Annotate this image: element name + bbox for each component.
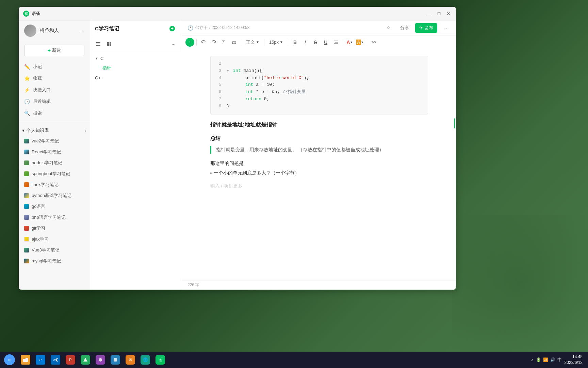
clock-icon: 🕐 bbox=[187, 25, 193, 31]
taskbar-app-7[interactable] bbox=[108, 353, 122, 367]
add-note-button[interactable]: + bbox=[167, 24, 177, 33]
line-number-3: 3 bbox=[216, 67, 222, 75]
kb-item-vue3[interactable]: Vue3学习笔记 bbox=[19, 245, 90, 256]
nav-item-search[interactable]: 🔍 搜索 bbox=[19, 107, 90, 119]
bold-icon: B bbox=[293, 40, 297, 45]
format-button[interactable]: T bbox=[219, 37, 229, 47]
nav-label-recent: 最近编辑 bbox=[33, 98, 51, 105]
kb-item-mysql[interactable]: mysql学习笔记 bbox=[19, 256, 90, 266]
style-select[interactable]: 正文 ▼ bbox=[243, 38, 262, 46]
svg-marker-25 bbox=[83, 358, 87, 362]
user-avatar bbox=[24, 25, 36, 37]
title-bar: 雀 语雀 — □ ✕ bbox=[19, 7, 456, 20]
strikethrough-button[interactable]: S bbox=[311, 37, 320, 47]
highlight-button[interactable]: A ▼ bbox=[355, 37, 365, 47]
taskbar-app-5[interactable] bbox=[78, 353, 93, 367]
grid-view-button[interactable] bbox=[104, 39, 114, 49]
app9-icon: 🌐 bbox=[141, 355, 150, 365]
tree-item-pointer[interactable]: 指针 bbox=[90, 63, 182, 73]
toolbar-more-button[interactable]: ··· bbox=[169, 39, 178, 49]
more-actions-button[interactable]: ··· bbox=[440, 24, 451, 32]
indent-icon bbox=[333, 40, 339, 45]
new-button[interactable]: + 新建 bbox=[24, 45, 84, 56]
kb-item-php[interactable]: php语言学习笔记 bbox=[19, 212, 90, 223]
taskbar-app-6[interactable] bbox=[93, 353, 108, 367]
tree-item-cpp[interactable]: C++ bbox=[90, 73, 182, 82]
start-button[interactable]: ⊞ bbox=[3, 353, 16, 367]
kb-item-vue2[interactable]: vue2学习笔记 bbox=[19, 136, 90, 147]
main-func: main(){ bbox=[244, 68, 262, 73]
redo-button[interactable] bbox=[209, 37, 218, 47]
user-more-button[interactable]: ··· bbox=[79, 27, 84, 34]
nav-item-favorites[interactable]: ⭐ 收藏 bbox=[19, 73, 90, 84]
line-number-4: 4 bbox=[216, 75, 222, 82]
kb-item-git[interactable]: git学习 bbox=[19, 223, 90, 234]
kb-item-label-vue2: vue2学习笔记 bbox=[32, 138, 59, 144]
nav-item-quick[interactable]: ⚡ 快捷入口 bbox=[19, 84, 90, 96]
tree-item-c[interactable]: ▼ C bbox=[90, 54, 182, 63]
maximize-button[interactable]: □ bbox=[436, 10, 442, 17]
nav-item-recent[interactable]: 🕐 最近编辑 bbox=[19, 96, 90, 107]
more-toolbar-button[interactable]: >> bbox=[369, 37, 379, 47]
kb-item-icon-ajax bbox=[24, 237, 29, 242]
taskbar-app-9[interactable]: 🌐 bbox=[138, 353, 152, 367]
eraser-icon bbox=[231, 40, 237, 45]
format-icon: T bbox=[221, 40, 227, 45]
undo-icon bbox=[201, 40, 206, 45]
taskbar-app-browser[interactable]: e bbox=[33, 353, 48, 367]
kb-item-nodejs[interactable]: nodejs学习笔记 bbox=[19, 157, 90, 168]
start-logo: ⊞ bbox=[6, 357, 13, 363]
kb-item-label-mysql: mysql学习笔记 bbox=[32, 258, 61, 264]
kb-item-label-go: go语言 bbox=[32, 203, 45, 210]
taskbar-app-yuque[interactable]: 雀 bbox=[153, 353, 167, 367]
keyword-return: return bbox=[245, 96, 261, 102]
line-content-3: ▼ int main(){ bbox=[227, 67, 262, 75]
start-icon: ⊞ bbox=[4, 354, 15, 365]
underline-button[interactable]: U bbox=[321, 37, 330, 47]
taskbar-app-8[interactable]: ✉ bbox=[123, 353, 137, 367]
kb-item-springboot[interactable]: springboot学习笔记 bbox=[19, 168, 90, 179]
kb-item-icon-vue2 bbox=[24, 139, 29, 143]
taskbar-app-explorer[interactable] bbox=[18, 353, 33, 367]
indent-button[interactable] bbox=[331, 37, 341, 47]
pointer-heading: 指针就是地址;地址就是指针 bbox=[210, 121, 428, 128]
close-button[interactable]: ✕ bbox=[445, 10, 452, 17]
editor-header: 🕐 保存于：2022-06-12 14:09:58 ☆ 分享 ✈ 发布 bbox=[182, 20, 456, 35]
share-button[interactable]: 分享 bbox=[397, 23, 412, 33]
kb-section: ▼ 个人知识库 › vue2学习笔记 React学习笔记 nodejs学习笔记 bbox=[19, 123, 90, 290]
bold-button[interactable]: B bbox=[290, 37, 300, 47]
kb-item-icon-linux bbox=[24, 182, 29, 187]
nav-items: ✏️ 小记 ⭐ 收藏 ⚡ 快捷入口 🕐 最近编辑 🔍 搜索 bbox=[19, 60, 90, 120]
size-select[interactable]: 15px ▼ bbox=[266, 39, 286, 46]
list-view-button[interactable] bbox=[94, 39, 103, 49]
indent-5 bbox=[227, 82, 243, 87]
toolbar-separator-5 bbox=[343, 39, 343, 46]
kb-item-label-python: python基础学习笔记 bbox=[32, 193, 71, 199]
kb-item-go[interactable]: go语言 bbox=[19, 201, 90, 212]
kb-item-react[interactable]: React学习笔记 bbox=[19, 147, 90, 157]
plus-circle-icon: + bbox=[169, 26, 175, 32]
kb-header[interactable]: ▼ 个人知识库 › bbox=[19, 125, 90, 136]
svg-rect-10 bbox=[110, 44, 111, 46]
line-content-2 bbox=[227, 60, 230, 67]
star-button[interactable]: ☆ bbox=[383, 24, 394, 32]
publish-button[interactable]: ✈ 发布 bbox=[415, 23, 437, 33]
font-color-button[interactable]: A ▼ bbox=[345, 37, 355, 47]
insert-button[interactable]: + bbox=[185, 38, 194, 47]
eraser-button[interactable] bbox=[229, 37, 239, 47]
kb-item-python[interactable]: python基础学习笔记 bbox=[19, 190, 90, 201]
summary-blockquote: 指针就是变量，用来存放地址的变量。 （存放在指针中的值都被当成地址处理） bbox=[210, 146, 428, 154]
kb-item-linux[interactable]: linux学习笔记 bbox=[19, 179, 90, 190]
minimize-button[interactable]: — bbox=[426, 10, 433, 17]
taskbar-app-vscode[interactable] bbox=[48, 353, 63, 367]
kb-item-label-springboot: springboot学习笔记 bbox=[32, 171, 70, 177]
volume-icon: 🔊 bbox=[550, 357, 555, 362]
undo-button[interactable] bbox=[199, 37, 208, 47]
more-icon: ··· bbox=[443, 25, 447, 30]
nav-item-notes[interactable]: ✏️ 小记 bbox=[19, 61, 90, 73]
kb-item-ajax[interactable]: ajax学习 bbox=[19, 234, 90, 245]
kb-expand-icon[interactable]: › bbox=[85, 127, 86, 134]
italic-button[interactable]: I bbox=[300, 37, 310, 47]
editor-content[interactable]: 2 3 ▼ int main(){ 4 bbox=[182, 49, 456, 280]
taskbar-app-4[interactable]: P bbox=[63, 353, 78, 367]
